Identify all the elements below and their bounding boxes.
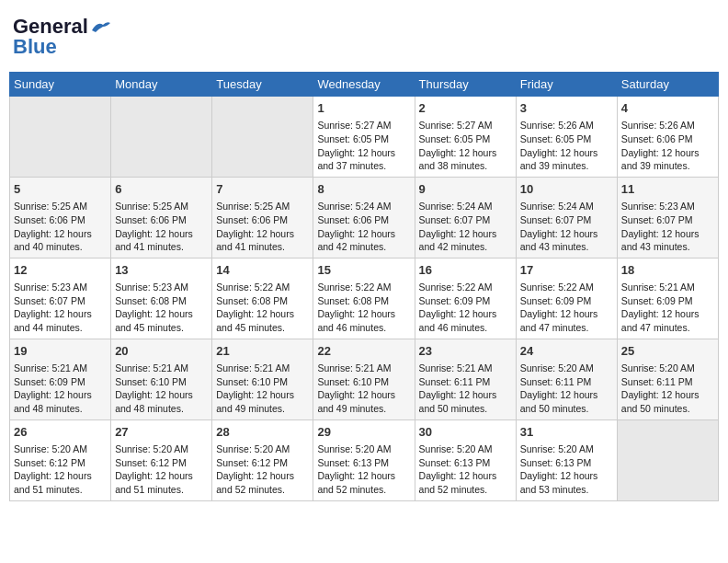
calendar-cell: 13Sunrise: 5:23 AM Sunset: 6:08 PM Dayli… [111, 258, 212, 339]
day-number: 28 [216, 424, 309, 441]
calendar-cell: 14Sunrise: 5:22 AM Sunset: 6:08 PM Dayli… [212, 258, 313, 339]
day-info: Sunrise: 5:23 AM Sunset: 6:07 PM Dayligh… [621, 200, 714, 254]
calendar-table: SundayMondayTuesdayWednesdayThursdayFrid… [9, 72, 719, 501]
day-info: Sunrise: 5:22 AM Sunset: 6:08 PM Dayligh… [216, 281, 309, 335]
day-info: Sunrise: 5:23 AM Sunset: 6:07 PM Dayligh… [14, 281, 107, 335]
day-info: Sunrise: 5:26 AM Sunset: 6:06 PM Dayligh… [621, 119, 714, 173]
day-number: 23 [419, 343, 512, 360]
day-number: 10 [520, 181, 613, 198]
calendar-cell: 6Sunrise: 5:25 AM Sunset: 6:06 PM Daylig… [111, 177, 212, 258]
day-number: 4 [621, 100, 714, 117]
calendar-cell: 31Sunrise: 5:20 AM Sunset: 6:13 PM Dayli… [516, 419, 617, 500]
day-info: Sunrise: 5:24 AM Sunset: 6:06 PM Dayligh… [317, 200, 410, 254]
day-info: Sunrise: 5:27 AM Sunset: 6:05 PM Dayligh… [317, 119, 410, 173]
day-number: 7 [216, 181, 309, 198]
day-info: Sunrise: 5:23 AM Sunset: 6:08 PM Dayligh… [115, 281, 208, 335]
calendar-cell: 25Sunrise: 5:20 AM Sunset: 6:11 PM Dayli… [617, 339, 718, 419]
calendar-cell: 26Sunrise: 5:20 AM Sunset: 6:12 PM Dayli… [10, 419, 111, 500]
day-number: 18 [621, 262, 714, 279]
day-number: 31 [520, 424, 613, 441]
day-number: 2 [419, 100, 512, 117]
day-number: 8 [317, 181, 410, 198]
calendar-cell: 22Sunrise: 5:21 AM Sunset: 6:10 PM Dayli… [313, 339, 415, 419]
header-thursday: Thursday [415, 73, 516, 97]
day-info: Sunrise: 5:25 AM Sunset: 6:06 PM Dayligh… [115, 200, 208, 254]
header-sunday: Sunday [10, 73, 111, 97]
calendar-cell: 16Sunrise: 5:22 AM Sunset: 6:09 PM Dayli… [415, 258, 516, 339]
day-number: 25 [621, 343, 714, 360]
day-number: 20 [115, 343, 208, 360]
day-number: 11 [621, 181, 714, 198]
day-number: 29 [317, 424, 410, 441]
day-number: 14 [216, 262, 309, 279]
day-info: Sunrise: 5:21 AM Sunset: 6:11 PM Dayligh… [419, 362, 512, 416]
day-info: Sunrise: 5:20 AM Sunset: 6:12 PM Dayligh… [216, 442, 309, 497]
calendar-cell: 20Sunrise: 5:21 AM Sunset: 6:10 PM Dayli… [111, 339, 212, 419]
day-info: Sunrise: 5:20 AM Sunset: 6:13 PM Dayligh… [419, 442, 512, 497]
day-number: 19 [14, 343, 107, 360]
day-number: 5 [14, 181, 107, 198]
day-info: Sunrise: 5:22 AM Sunset: 6:09 PM Dayligh… [520, 281, 613, 335]
calendar-cell [111, 97, 212, 178]
calendar-row: 5Sunrise: 5:25 AM Sunset: 6:06 PM Daylig… [10, 177, 719, 258]
calendar-cell: 28Sunrise: 5:20 AM Sunset: 6:12 PM Dayli… [212, 419, 313, 500]
calendar-cell: 11Sunrise: 5:23 AM Sunset: 6:07 PM Dayli… [617, 177, 718, 258]
day-number: 6 [115, 181, 208, 198]
day-info: Sunrise: 5:21 AM Sunset: 6:09 PM Dayligh… [14, 362, 107, 416]
day-info: Sunrise: 5:21 AM Sunset: 6:10 PM Dayligh… [317, 362, 410, 416]
day-info: Sunrise: 5:21 AM Sunset: 6:09 PM Dayligh… [621, 281, 714, 335]
day-info: Sunrise: 5:25 AM Sunset: 6:06 PM Dayligh… [216, 200, 309, 254]
day-info: Sunrise: 5:25 AM Sunset: 6:06 PM Dayligh… [14, 200, 107, 254]
day-number: 9 [419, 181, 512, 198]
calendar-cell: 5Sunrise: 5:25 AM Sunset: 6:06 PM Daylig… [10, 177, 111, 258]
calendar-cell: 24Sunrise: 5:20 AM Sunset: 6:11 PM Dayli… [516, 339, 617, 419]
calendar-cell [617, 419, 718, 500]
logo-bird-icon [90, 19, 110, 34]
calendar-cell [10, 97, 111, 178]
day-number: 13 [115, 262, 208, 279]
calendar-cell: 23Sunrise: 5:21 AM Sunset: 6:11 PM Dayli… [415, 339, 516, 419]
calendar-cell: 8Sunrise: 5:24 AM Sunset: 6:06 PM Daylig… [313, 177, 415, 258]
day-info: Sunrise: 5:22 AM Sunset: 6:09 PM Dayligh… [419, 281, 512, 335]
calendar-cell: 12Sunrise: 5:23 AM Sunset: 6:07 PM Dayli… [10, 258, 111, 339]
day-info: Sunrise: 5:20 AM Sunset: 6:11 PM Dayligh… [621, 362, 714, 416]
logo-text-blue: Blue [13, 35, 57, 59]
day-info: Sunrise: 5:20 AM Sunset: 6:13 PM Dayligh… [520, 442, 613, 497]
page-header: General Blue [9, 9, 719, 64]
day-info: Sunrise: 5:26 AM Sunset: 6:05 PM Dayligh… [520, 119, 613, 173]
calendar-cell: 2Sunrise: 5:27 AM Sunset: 6:05 PM Daylig… [415, 97, 516, 178]
day-number: 30 [419, 424, 512, 441]
header-saturday: Saturday [617, 73, 718, 97]
logo: General Blue [13, 15, 110, 59]
calendar-cell: 4Sunrise: 5:26 AM Sunset: 6:06 PM Daylig… [617, 97, 718, 178]
day-number: 15 [317, 262, 410, 279]
day-info: Sunrise: 5:24 AM Sunset: 6:07 PM Dayligh… [419, 200, 512, 254]
day-info: Sunrise: 5:20 AM Sunset: 6:11 PM Dayligh… [520, 362, 613, 416]
calendar-row: 26Sunrise: 5:20 AM Sunset: 6:12 PM Dayli… [10, 419, 719, 500]
calendar-row: 12Sunrise: 5:23 AM Sunset: 6:07 PM Dayli… [10, 258, 719, 339]
calendar-row: 1Sunrise: 5:27 AM Sunset: 6:05 PM Daylig… [10, 97, 719, 178]
day-info: Sunrise: 5:21 AM Sunset: 6:10 PM Dayligh… [115, 362, 208, 416]
calendar-row: 19Sunrise: 5:21 AM Sunset: 6:09 PM Dayli… [10, 339, 719, 419]
day-info: Sunrise: 5:27 AM Sunset: 6:05 PM Dayligh… [419, 119, 512, 173]
day-number: 16 [419, 262, 512, 279]
day-number: 17 [520, 262, 613, 279]
day-number: 24 [520, 343, 613, 360]
calendar-cell: 9Sunrise: 5:24 AM Sunset: 6:07 PM Daylig… [415, 177, 516, 258]
header-wednesday: Wednesday [313, 73, 415, 97]
day-number: 22 [317, 343, 410, 360]
day-number: 26 [14, 424, 107, 441]
header-friday: Friday [516, 73, 617, 97]
header-tuesday: Tuesday [212, 73, 313, 97]
day-number: 12 [14, 262, 107, 279]
day-number: 1 [317, 100, 410, 117]
day-info: Sunrise: 5:24 AM Sunset: 6:07 PM Dayligh… [520, 200, 613, 254]
calendar-cell: 7Sunrise: 5:25 AM Sunset: 6:06 PM Daylig… [212, 177, 313, 258]
calendar-cell: 30Sunrise: 5:20 AM Sunset: 6:13 PM Dayli… [415, 419, 516, 500]
day-number: 21 [216, 343, 309, 360]
calendar-cell: 17Sunrise: 5:22 AM Sunset: 6:09 PM Dayli… [516, 258, 617, 339]
calendar-cell: 10Sunrise: 5:24 AM Sunset: 6:07 PM Dayli… [516, 177, 617, 258]
calendar-cell [212, 97, 313, 178]
calendar-cell: 18Sunrise: 5:21 AM Sunset: 6:09 PM Dayli… [617, 258, 718, 339]
calendar-cell: 3Sunrise: 5:26 AM Sunset: 6:05 PM Daylig… [516, 97, 617, 178]
